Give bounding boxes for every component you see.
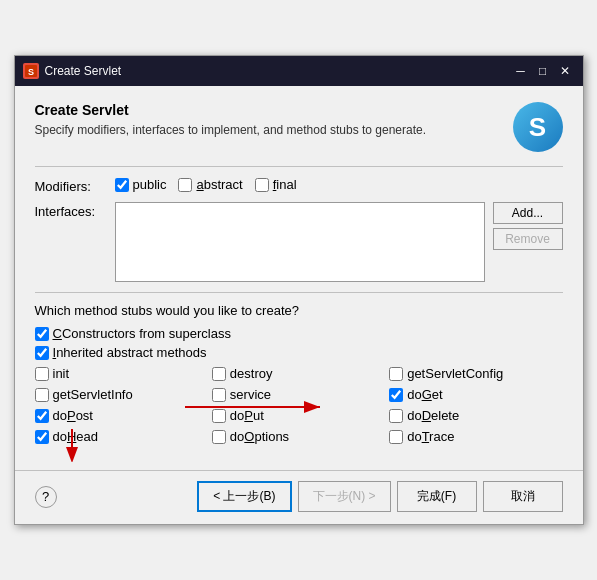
dialog-description: Specify modifiers, interfaces to impleme…: [35, 122, 427, 139]
stub-doget-checkbox[interactable]: [389, 388, 403, 402]
modifier-final-label: final: [273, 177, 297, 192]
modifier-public-label: public: [133, 177, 167, 192]
close-button[interactable]: ✕: [555, 62, 575, 80]
stub-doput-checkbox[interactable]: [212, 409, 226, 423]
dialog-footer: ? < 上一步(B) 下一步(N) > 完成(F) 取消: [15, 470, 583, 524]
window-title: Create Servlet: [45, 64, 122, 78]
modifiers-row: Modifiers: public abstract final: [35, 177, 563, 194]
stub-init-checkbox[interactable]: [35, 367, 49, 381]
stub-dodelete[interactable]: doDelete: [389, 408, 562, 423]
interfaces-listbox[interactable]: [115, 202, 485, 282]
dialog-heading: Create Servlet: [35, 102, 427, 118]
modifier-public-checkbox[interactable]: [115, 178, 129, 192]
constructors-label: CConstructors from superclass: [53, 326, 231, 341]
stub-init[interactable]: init: [35, 366, 208, 381]
modifier-abstract-checkbox[interactable]: [178, 178, 192, 192]
remove-interface-button[interactable]: Remove: [493, 228, 563, 250]
constructors-row: CConstructors from superclass: [35, 326, 563, 341]
modifier-abstract[interactable]: abstract: [178, 177, 242, 192]
stubs-divider: [35, 292, 563, 293]
title-bar-left: S Create Servlet: [23, 63, 122, 79]
header-section: Create Servlet Specify modifiers, interf…: [35, 102, 563, 152]
stub-getservletinfo[interactable]: getServletInfo: [35, 387, 208, 402]
stub-dotrace[interactable]: doTrace: [389, 429, 562, 444]
stub-destroy[interactable]: destroy: [212, 366, 385, 381]
add-interface-button[interactable]: Add...: [493, 202, 563, 224]
minimize-button[interactable]: ─: [511, 62, 531, 80]
header-divider: [35, 166, 563, 167]
stub-dodelete-checkbox[interactable]: [389, 409, 403, 423]
help-button[interactable]: ?: [35, 486, 57, 508]
stub-dooptions[interactable]: doOptions: [212, 429, 385, 444]
help-section: ?: [35, 486, 57, 508]
footer-buttons: < 上一步(B) 下一步(N) > 完成(F) 取消: [197, 481, 562, 512]
constructors-checkbox[interactable]: [35, 327, 49, 341]
inherited-label: Inherited abstract methods: [53, 345, 207, 360]
modifier-abstract-label: abstract: [196, 177, 242, 192]
inherited-checkbox[interactable]: [35, 346, 49, 360]
stub-service[interactable]: service: [212, 387, 385, 402]
stub-dooptions-checkbox[interactable]: [212, 430, 226, 444]
back-button[interactable]: < 上一步(B): [197, 481, 291, 512]
next-button[interactable]: 下一步(N) >: [298, 481, 391, 512]
stub-dohead-checkbox[interactable]: [35, 430, 49, 444]
stubs-question: Which method stubs would you like to cre…: [35, 303, 563, 318]
interfaces-label: Interfaces:: [35, 202, 115, 219]
interfaces-buttons: Add... Remove: [493, 202, 563, 250]
stub-doput[interactable]: doPut: [212, 408, 385, 423]
stubs-grid: init destroy getServletConfig getServlet…: [35, 366, 563, 444]
modifiers-options: public abstract final: [115, 177, 297, 192]
modifier-final[interactable]: final: [255, 177, 297, 192]
modifiers-label: Modifiers:: [35, 177, 115, 194]
svg-text:S: S: [27, 67, 33, 77]
cancel-button[interactable]: 取消: [483, 481, 563, 512]
servlet-logo: S: [513, 102, 563, 152]
modifier-public[interactable]: public: [115, 177, 167, 192]
inherited-row: Inherited abstract methods: [35, 345, 563, 360]
title-bar: S Create Servlet ─ □ ✕: [15, 56, 583, 86]
modifier-final-checkbox[interactable]: [255, 178, 269, 192]
stubs-grid-container: init destroy getServletConfig getServlet…: [35, 366, 563, 444]
header-text: Create Servlet Specify modifiers, interf…: [35, 102, 427, 139]
interfaces-row: Interfaces: Add... Remove: [35, 202, 563, 282]
stub-getservletinfo-checkbox[interactable]: [35, 388, 49, 402]
stub-dopost[interactable]: doPost: [35, 408, 208, 423]
stub-destroy-checkbox[interactable]: [212, 367, 226, 381]
stub-getservletconfig[interactable]: getServletConfig: [389, 366, 562, 381]
stub-dopost-checkbox[interactable]: [35, 409, 49, 423]
stub-dohead[interactable]: doHead: [35, 429, 208, 444]
stub-dotrace-checkbox[interactable]: [389, 430, 403, 444]
dialog-content: Create Servlet Specify modifiers, interf…: [15, 86, 583, 470]
dialog-icon: S: [23, 63, 39, 79]
title-controls: ─ □ ✕: [511, 62, 575, 80]
stub-doget[interactable]: doGet: [389, 387, 562, 402]
maximize-button[interactable]: □: [533, 62, 553, 80]
stub-service-checkbox[interactable]: [212, 388, 226, 402]
method-stubs-section: Which method stubs would you like to cre…: [35, 303, 563, 360]
stub-getservletconfig-checkbox[interactable]: [389, 367, 403, 381]
create-servlet-dialog: S Create Servlet ─ □ ✕ Create Servlet Sp…: [14, 55, 584, 525]
finish-button[interactable]: 完成(F): [397, 481, 477, 512]
interfaces-area: Add... Remove: [115, 202, 563, 282]
